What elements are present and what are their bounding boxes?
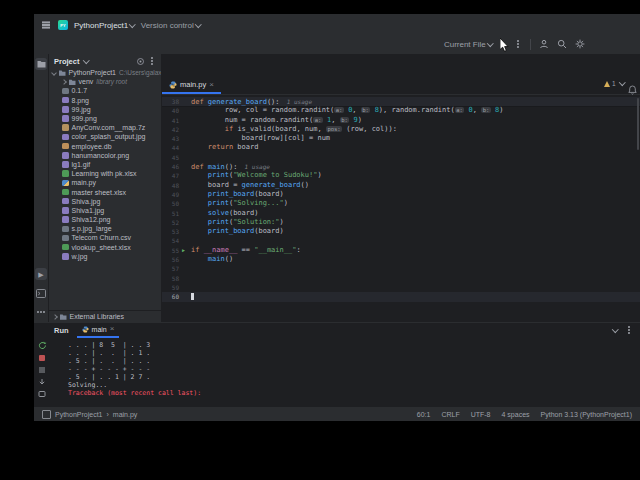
editor-area: main.py × 38def generate_board(): 1 usag… — [162, 54, 640, 322]
tree-item[interactable]: 99.jpg — [49, 105, 161, 114]
console-line: Traceback (most recent call last): — [68, 389, 640, 397]
status-widget[interactable]: CRLF — [441, 411, 459, 418]
code-line-46[interactable]: 46def main(): 1 usage — [162, 162, 640, 171]
tree-item[interactable]: Learning with pk.xlsx — [49, 169, 161, 178]
code-line-40[interactable]: 40 row, col = random.randint(a: 0, b: 8)… — [162, 106, 640, 115]
tree-item[interactable]: Shiva.jpg — [49, 197, 161, 206]
code-line-49[interactable]: 49 print_board(board) — [162, 190, 640, 199]
run-panel-title[interactable]: Run — [54, 326, 69, 335]
breadcrumb-project[interactable]: PythonProject1 — [55, 411, 102, 418]
code-line-60[interactable]: 60 — [162, 292, 640, 301]
run-tab-main[interactable]: main × — [77, 323, 120, 338]
file-file-icon — [62, 226, 69, 233]
console-options-icon[interactable] — [38, 366, 46, 374]
csv-file-icon — [62, 235, 69, 242]
tree-root-pythonproject1[interactable]: PythonProject1 C:\Users\galax\PythonProj… — [49, 68, 161, 77]
panel-options-icon[interactable] — [151, 60, 153, 62]
code-line-57[interactable]: 57 — [162, 264, 640, 273]
rerun-icon[interactable] — [38, 341, 47, 350]
code-line-43[interactable]: 43 board[row][col] = num — [162, 134, 640, 143]
project-panel-title[interactable]: Project — [54, 57, 79, 66]
warning-icon — [604, 81, 610, 87]
tree-item[interactable]: vlookup_sheet.xlsx — [49, 243, 161, 252]
tree-item[interactable]: AnyConv.com__map.7z — [49, 123, 161, 132]
project-name-button[interactable]: PythonProject1 — [74, 21, 135, 30]
mouse-cursor — [500, 38, 511, 53]
terminal-tool-icon[interactable] — [35, 287, 47, 299]
run-tool-icon[interactable]: ▶ — [35, 268, 47, 280]
scroll-to-end-icon[interactable] — [38, 378, 46, 386]
code-line-55[interactable]: 55▶if __name__ == "__main__": — [162, 246, 640, 255]
tree-item[interactable]: master sheet.xlsx — [49, 187, 161, 196]
tree-item[interactable]: employee.db — [49, 142, 161, 151]
tree-item[interactable]: Telecom Churn.csv — [49, 233, 161, 242]
tree-item[interactable]: Shiva1.jpg — [49, 206, 161, 215]
close-icon[interactable]: × — [209, 81, 214, 89]
notifications-bell-icon[interactable] — [628, 81, 637, 99]
chevron-down-icon — [487, 40, 493, 46]
code-line-56[interactable]: 56 main() — [162, 255, 640, 264]
console-output[interactable]: . . . | 8 5 | . . 3. . . | . . | . 1 .. … — [50, 337, 640, 398]
code-line-47[interactable]: 47 print("Welcome to Sudoku!") — [162, 171, 640, 180]
code-line-48[interactable]: 48 board = generate_board() — [162, 181, 640, 190]
code-line-44[interactable]: 44 return board — [162, 143, 640, 152]
status-widget[interactable]: 4 spaces — [502, 411, 530, 418]
tree-item[interactable]: main.py — [49, 178, 161, 187]
chevron-down-icon — [129, 21, 135, 27]
stop-icon[interactable] — [38, 354, 46, 362]
line-number: 45 — [162, 153, 182, 162]
code-line-52[interactable]: 52 print("Solution:") — [162, 218, 640, 227]
python-file-icon — [82, 326, 89, 333]
line-number: 52 — [162, 218, 182, 227]
status-widget[interactable]: 60:1 — [417, 411, 431, 418]
more-actions-icon[interactable] — [517, 43, 519, 45]
clear-console-icon[interactable] — [38, 390, 46, 398]
tree-item[interactable]: s.p.jpg_large — [49, 224, 161, 233]
line-number: 57 — [162, 264, 182, 273]
file-file-icon — [62, 88, 69, 95]
panel-options-icon[interactable] — [628, 329, 630, 331]
tree-item[interactable]: lg1.gif — [49, 160, 161, 169]
run-configuration-select[interactable]: Current File — [444, 40, 492, 49]
version-control-button[interactable]: Version control — [141, 21, 200, 30]
run-gutter-icon[interactable]: ▶ — [182, 248, 191, 253]
search-icon[interactable] — [557, 39, 567, 49]
more-tools-icon[interactable] — [35, 306, 47, 318]
code-line-50[interactable]: 50 print("Solving...") — [162, 199, 640, 208]
external-libraries-item[interactable]: External Libraries — [49, 310, 161, 322]
status-widget[interactable]: UTF-8 — [471, 411, 491, 418]
tree-item[interactable]: venvlibrary root — [49, 77, 161, 86]
project-tree: PythonProject1 C:\Users\galax\PythonProj… — [49, 68, 161, 310]
tab-main-py[interactable]: main.py × — [162, 77, 221, 94]
user-profile-icon[interactable] — [539, 39, 549, 49]
project-tool-icon[interactable] — [35, 58, 47, 70]
code-line-41[interactable]: 41 num = random.randint(a: 1, b: 9) — [162, 116, 640, 125]
inspections-widget[interactable]: 1 — [604, 80, 624, 87]
console-line: . 5 . | . . | . . . — [68, 357, 640, 365]
tree-item[interactable]: 0.1.7 — [49, 86, 161, 95]
line-number: 58 — [162, 274, 182, 283]
tree-item[interactable]: w.jpg — [49, 252, 161, 261]
tree-item[interactable]: color_splash_output.jpg — [49, 132, 161, 141]
locate-file-icon[interactable] — [136, 57, 145, 66]
status-widget[interactable]: Python 3.13 (PythonProject1) — [541, 411, 632, 418]
tree-item[interactable]: hanumancolor.png — [49, 151, 161, 160]
code-lines[interactable]: 38def generate_board(): 1 usage40 row, c… — [162, 95, 640, 302]
breadcrumb-file[interactable]: main.py — [113, 411, 138, 418]
code-line-51[interactable]: 51 solve(board) — [162, 209, 640, 218]
code-line-54[interactable]: 54 — [162, 236, 640, 245]
code-line-58[interactable]: 58 — [162, 274, 640, 283]
chevron-collapsed-icon — [61, 79, 67, 85]
settings-gear-icon[interactable] — [575, 39, 585, 49]
chevron-down-icon[interactable] — [612, 326, 618, 332]
hamburger-menu-icon[interactable] — [42, 24, 50, 25]
code-line-59[interactable]: 59 — [162, 283, 640, 292]
code-line-42[interactable]: 42 if is_valid(board, num, pos: (row, co… — [162, 125, 640, 134]
close-icon[interactable]: × — [110, 325, 115, 333]
code-line-38[interactable]: 38def generate_board(): 1 usage — [162, 97, 640, 106]
editor-scrollbar[interactable] — [637, 98, 639, 150]
tree-item[interactable]: 999.png — [49, 114, 161, 123]
tree-item[interactable]: Shiva12.png — [49, 215, 161, 224]
tree-item[interactable]: 8.png — [49, 96, 161, 105]
code-line-53[interactable]: 53 print_board(board) — [162, 227, 640, 236]
